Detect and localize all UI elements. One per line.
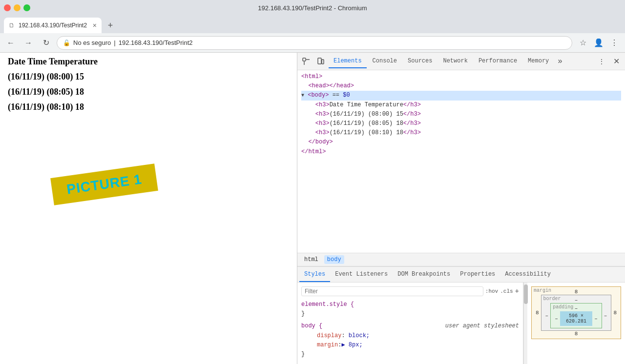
styles-scrollbar[interactable] xyxy=(523,283,527,364)
padding-box: padding – – 596 × 620.281 xyxy=(550,303,602,328)
tab-elements[interactable]: Elements xyxy=(329,55,367,68)
url-separator: | xyxy=(114,39,115,46)
content-size: 596 × 620.281 xyxy=(562,313,590,324)
lower-tab-accessibility[interactable]: Accessibility xyxy=(500,267,556,282)
picture-container: PICTURE 1 xyxy=(52,171,198,215)
tab-favicon: 🗋 xyxy=(9,22,15,29)
devtools-lower-panel: Styles Event Listeners DOM Breakpoints P… xyxy=(297,266,625,364)
css-close-brace: } xyxy=(301,310,305,317)
html-line-8: </html> xyxy=(301,147,621,157)
devtools-toolbar: Elements Console Sources Network Perform… xyxy=(297,53,625,70)
menu-button[interactable]: ⋮ xyxy=(607,36,621,50)
url-bar[interactable]: 🔓 No es seguro | 192.168.43.190/TestPrin… xyxy=(57,36,572,50)
devtools-lower-tabs: Styles Event Listeners DOM Breakpoints P… xyxy=(297,267,625,283)
tab-sources[interactable]: Sources xyxy=(403,55,437,68)
page-content: Date Time Temperature (16/11/19) (08:00)… xyxy=(0,53,297,364)
tab-close-button[interactable]: × xyxy=(93,21,97,29)
border-label: border xyxy=(543,296,561,302)
html-line-2[interactable]: ▼ <body> == $0 xyxy=(301,91,621,100)
margin-right: 8 xyxy=(611,310,619,316)
padding-left: – xyxy=(553,316,560,322)
page-heading: Date Time Temperature xyxy=(8,57,289,67)
tab-console[interactable]: Console xyxy=(368,55,402,68)
css-selector: element.style { xyxy=(301,301,354,308)
svg-rect-0 xyxy=(303,58,306,61)
css-body-close: } xyxy=(301,351,305,358)
styles-filter-input[interactable] xyxy=(301,286,483,296)
forward-button[interactable]: → xyxy=(21,36,35,50)
css-value-display: block; xyxy=(345,332,370,339)
margin-left: 8 xyxy=(534,310,541,316)
content-box: 596 × 620.281 xyxy=(560,311,592,326)
styles-panel: :hov .cls + element.style { } body { use… xyxy=(297,283,625,364)
tab-bar: 🗋 192.168.43.190/TestPrint2 × + xyxy=(0,16,625,33)
window-title: 192.168.43.190/TestPrint2 - Chromium xyxy=(258,4,367,12)
address-bar: ← → ↻ 🔓 No es seguro | 192.168.43.190/Te… xyxy=(0,33,625,53)
url-text: 192.168.43.190/TestPrint2 xyxy=(119,39,193,46)
settings-button[interactable]: ⋮ xyxy=(595,55,608,68)
breadcrumb-body[interactable]: body xyxy=(324,255,344,264)
styles-left-panel: :hov .cls + element.style { } body { use… xyxy=(297,283,523,364)
close-button[interactable] xyxy=(4,4,11,11)
reload-button[interactable]: ↻ xyxy=(39,36,53,50)
margin-box: margin 8 8 border – – xyxy=(531,286,621,339)
minimize-button[interactable] xyxy=(14,4,21,11)
title-bar: 192.168.43.190/TestPrint2 - Chromium xyxy=(0,0,625,16)
devtools-panel: Elements Console Sources Network Perform… xyxy=(297,53,625,364)
breadcrumb-html[interactable]: html xyxy=(301,255,321,264)
picture-label: PICTURE 1 xyxy=(50,163,158,205)
page-row-1: (16/11/19) (08:00) 15 xyxy=(8,72,289,82)
border-box: border – – padding – xyxy=(541,295,612,331)
inspect-element-button[interactable] xyxy=(299,55,313,68)
tab-performance[interactable]: Performance xyxy=(474,55,522,68)
html-line-4: <h3>(16/11/19) (08:00) 15</h3> xyxy=(301,110,621,119)
device-toolbar-button[interactable] xyxy=(314,55,328,68)
html-line-1: <head></head> xyxy=(301,81,621,91)
css-block-element-style: element.style { } xyxy=(301,300,519,319)
html-line-0: <html> xyxy=(301,72,621,81)
border-sides: – padding – – xyxy=(543,303,609,328)
maximize-button[interactable] xyxy=(23,4,30,11)
page-row-2: (16/11/19) (08:05) 18 xyxy=(8,87,289,97)
bookmark-button[interactable]: ☆ xyxy=(576,36,590,50)
lower-tab-event-listeners[interactable]: Event Listeners xyxy=(330,267,393,282)
security-icon: 🔓 xyxy=(63,40,70,46)
security-text: No es seguro xyxy=(73,39,111,46)
lower-tab-dom-breakpoints[interactable]: DOM Breakpoints xyxy=(393,267,455,282)
html-line-3: <h3>Date Time Temperature</h3> xyxy=(301,101,621,110)
lower-tab-styles[interactable]: Styles xyxy=(299,267,330,282)
new-tab-button[interactable]: + xyxy=(104,19,117,32)
more-tabs-button[interactable]: » xyxy=(555,55,565,68)
devtools-html-panel: <html> <head></head> ▼ <body> == $0 <h3>… xyxy=(297,70,625,253)
devtools-close-button[interactable]: ✕ xyxy=(609,55,623,68)
padding-label: padding xyxy=(553,304,573,310)
address-actions: ☆ 👤 ⋮ xyxy=(576,36,621,50)
box-model-panel: margin 8 8 border – – xyxy=(527,283,625,364)
html-line-6: <h3>(16/11/19) (08:10) 18</h3> xyxy=(301,128,621,138)
browser-tab[interactable]: 🗋 192.168.43.190/TestPrint2 × xyxy=(4,18,102,33)
lower-tab-properties[interactable]: Properties xyxy=(455,267,500,282)
css-prop-display: display xyxy=(317,332,341,339)
cls-toggle[interactable]: .cls xyxy=(500,288,513,294)
padding-sides: – 596 × 620.281 – xyxy=(553,311,600,326)
margin-sides: 8 border – – padding xyxy=(534,295,619,331)
add-style-rule-button[interactable]: + xyxy=(515,287,519,295)
tab-network[interactable]: Network xyxy=(438,55,472,68)
page-row-3: (16/11/19) (08:10) 18 xyxy=(8,102,289,112)
css-block-body: body { user agent stylesheet display: bl… xyxy=(301,322,519,359)
border-right: – xyxy=(602,313,609,319)
tab-label: 192.168.43.190/TestPrint2 xyxy=(19,22,87,29)
tab-memory[interactable]: Memory xyxy=(523,55,554,68)
hov-toggle[interactable]: :hov xyxy=(485,288,498,294)
back-button[interactable]: ← xyxy=(4,36,18,50)
css-prop-margin: margin xyxy=(317,342,338,348)
svg-rect-3 xyxy=(318,58,321,64)
account-button[interactable]: 👤 xyxy=(592,36,605,50)
window-controls[interactable] xyxy=(4,4,30,11)
svg-rect-4 xyxy=(322,60,324,64)
devtools-breadcrumb: html body xyxy=(297,253,625,266)
css-body-selector: body { xyxy=(301,323,322,329)
html-line-7: </body> xyxy=(301,138,621,147)
html-line-5: <h3>(16/11/19) (08:05) 18</h3> xyxy=(301,119,621,128)
css-source-comment: user agent stylesheet xyxy=(445,322,519,331)
